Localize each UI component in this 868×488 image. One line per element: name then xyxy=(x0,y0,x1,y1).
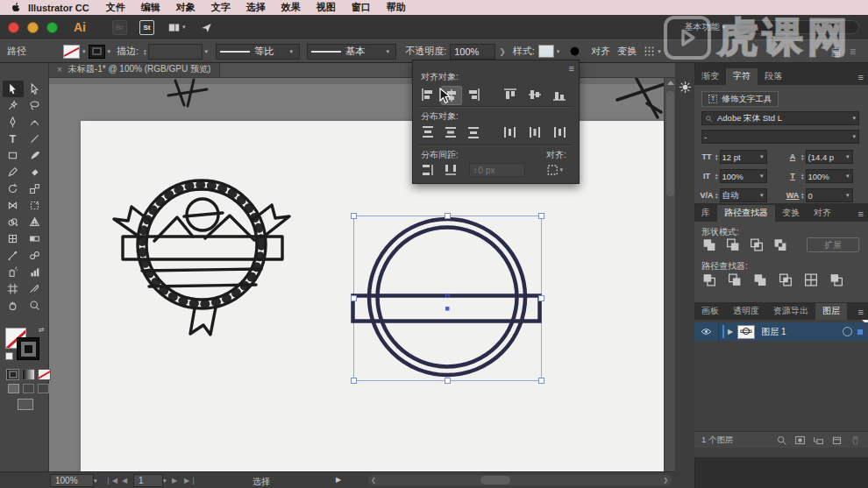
menu-select[interactable]: 选择 xyxy=(238,1,274,14)
outline-button[interactable] xyxy=(801,272,821,287)
draw-normal-button[interactable] xyxy=(8,384,19,393)
align-to-selection-button[interactable]: ▾ xyxy=(546,161,566,179)
shape-builder-tool[interactable] xyxy=(3,214,24,230)
width-tool[interactable] xyxy=(3,197,24,214)
opacity-flyout-arrow[interactable]: ❯ xyxy=(499,47,506,56)
font-size-control[interactable]: TT ▴▾ 12 pt▾ xyxy=(700,150,767,164)
exclude-button[interactable] xyxy=(771,237,790,252)
panel-menu-icon[interactable]: ≡ xyxy=(858,307,864,317)
chevron-down-icon[interactable]: ▾ xyxy=(557,48,560,55)
tab-pathfinder[interactable]: 路径查找器 xyxy=(717,205,775,222)
artboard-dropdown-icon[interactable]: ▾ xyxy=(163,477,167,484)
tab-layers[interactable]: 图层 xyxy=(815,303,847,320)
pencil-tool[interactable] xyxy=(3,164,24,180)
rotate-tool[interactable] xyxy=(3,180,24,197)
rectangle-tool[interactable] xyxy=(3,147,24,164)
scroll-up-arrow-icon[interactable] xyxy=(667,81,674,85)
zoom-dropdown-icon[interactable]: ▾ xyxy=(94,477,97,484)
paintbrush-tool[interactable] xyxy=(25,147,46,164)
column-graph-tool[interactable] xyxy=(25,264,46,280)
reference-point-icon[interactable] xyxy=(644,46,655,57)
selection-tool[interactable] xyxy=(3,81,24,97)
magic-wand-tool[interactable] xyxy=(3,97,24,114)
pen-tool[interactable] xyxy=(3,114,24,131)
chevron-down-icon[interactable]: ▾ xyxy=(82,48,86,55)
document-tab[interactable]: × 未标题-1* @ 100% (RGB/GPU 预览) xyxy=(48,61,220,77)
scroll-left-arrow-icon[interactable]: ❮ xyxy=(371,477,377,484)
tab-character[interactable]: 字符 xyxy=(726,68,758,85)
screen-mode-button[interactable] xyxy=(18,399,33,410)
horizontal-scrollbar[interactable]: ❮ ❯ xyxy=(368,475,672,485)
leading-control[interactable]: A ▴▾ (14.4 p▾ xyxy=(786,150,853,164)
mesh-tool[interactable] xyxy=(3,230,24,247)
new-layer-icon[interactable] xyxy=(831,435,843,446)
unite-button[interactable] xyxy=(700,237,719,252)
chevron-down-icon[interactable]: ▾ xyxy=(108,48,111,55)
tab-transparency[interactable]: 透明度 xyxy=(726,303,766,320)
stroke-swatch[interactable] xyxy=(89,45,105,59)
layer-target-icon[interactable] xyxy=(843,327,852,336)
menu-object[interactable]: 对象 xyxy=(168,1,203,14)
hand-tool[interactable] xyxy=(3,297,24,314)
artboard-tool[interactable] xyxy=(3,280,24,297)
bridge-button[interactable]: Br xyxy=(112,20,127,35)
scroll-right-arrow-icon[interactable]: ❯ xyxy=(663,477,669,484)
divide-button[interactable] xyxy=(700,272,719,287)
layer-row[interactable]: ▶ 图层 1 xyxy=(694,322,868,341)
draw-inside-button[interactable] xyxy=(38,384,49,393)
default-fill-stroke-icon[interactable] xyxy=(5,352,13,360)
align-vertical-center-button[interactable] xyxy=(525,86,544,103)
tracking-control[interactable]: WA ▴▾ 0▾ xyxy=(786,188,853,202)
touch-type-tool-button[interactable]: T 修饰文字工具 xyxy=(701,91,779,107)
align-menu-button[interactable]: 对齐 xyxy=(591,45,610,58)
tab-paragraph[interactable]: 段落 xyxy=(758,68,789,85)
clipping-mask-icon[interactable] xyxy=(794,435,806,446)
symbol-sprayer-tool[interactable] xyxy=(3,264,24,280)
slice-tool[interactable] xyxy=(25,280,46,297)
locate-object-icon[interactable] xyxy=(776,435,787,446)
type-tool[interactable]: T xyxy=(3,131,24,147)
draw-behind-button[interactable] xyxy=(23,384,34,393)
menu-window[interactable]: 窗口 xyxy=(344,1,379,14)
align-left-button[interactable] xyxy=(418,86,438,103)
vertical-scrollbar[interactable] xyxy=(664,77,676,471)
window-zoom-button[interactable] xyxy=(46,22,58,33)
minus-front-button[interactable] xyxy=(723,237,743,252)
menu-edit[interactable]: 编辑 xyxy=(133,1,168,14)
document-setup-icon[interactable] xyxy=(569,46,580,57)
blend-tool[interactable] xyxy=(25,247,46,264)
distribute-left-button[interactable] xyxy=(501,124,520,141)
vertical-scrollbar-thumb[interactable] xyxy=(666,91,674,196)
gradient-button[interactable] xyxy=(22,369,35,380)
horizontal-distribute-space-button[interactable] xyxy=(441,161,460,179)
artboard-number-field[interactable]: 1 xyxy=(133,474,163,487)
crop-button[interactable] xyxy=(776,272,795,287)
kerning-control[interactable]: V/A ▴▾ 自动▾ xyxy=(700,188,767,202)
merge-button[interactable] xyxy=(751,272,770,287)
badge-sketch-artwork[interactable] xyxy=(103,167,301,343)
stroke-weight-stepper[interactable]: ▴▾ xyxy=(144,48,146,55)
horizontal-scale-control[interactable]: T ▴▾ 100%▾ xyxy=(786,169,853,183)
menu-effect[interactable]: 效果 xyxy=(274,1,309,14)
opacity-field[interactable]: 100% xyxy=(450,44,495,60)
first-artboard-button[interactable]: ❘◀ xyxy=(105,477,118,484)
zoom-tool[interactable] xyxy=(25,297,46,314)
horizontal-scrollbar-thumb[interactable] xyxy=(480,476,510,484)
spacing-value-field[interactable]: ▴▾ 0 px xyxy=(469,163,525,177)
distribute-horizontal-center-button[interactable] xyxy=(525,124,544,141)
apple-icon[interactable] xyxy=(11,2,21,13)
tab-align[interactable]: 对齐 xyxy=(807,205,838,222)
panel-menu-icon[interactable]: ≡ xyxy=(858,209,864,219)
free-transform-tool[interactable] xyxy=(25,197,46,214)
last-artboard-button[interactable]: ▶❘ xyxy=(184,477,197,484)
layer-name[interactable]: 图层 1 xyxy=(761,326,843,338)
tab-libraries[interactable]: 库 xyxy=(694,205,717,222)
distribute-vertical-center-button[interactable] xyxy=(441,124,460,141)
align-right-button[interactable] xyxy=(464,86,483,103)
distribute-right-button[interactable] xyxy=(550,124,569,141)
share-icon[interactable] xyxy=(201,22,212,33)
direct-selection-tool[interactable] xyxy=(25,81,46,97)
tab-gradient[interactable]: 渐变 xyxy=(694,68,726,85)
close-tab-icon[interactable]: × xyxy=(57,65,62,74)
window-minimize-button[interactable] xyxy=(27,22,39,33)
